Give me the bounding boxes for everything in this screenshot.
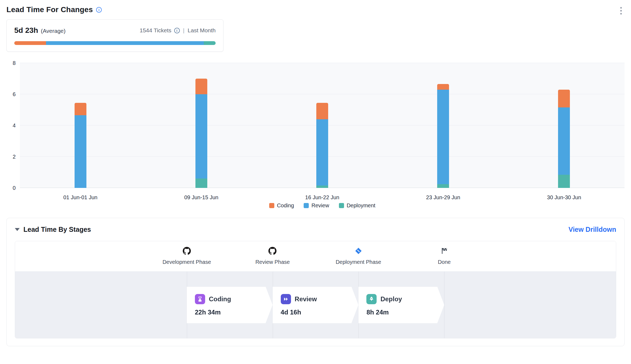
legend-label: Coding	[277, 202, 294, 209]
average-value: 5d 23h	[14, 26, 38, 35]
x-tick-label: 16 Jun-22 Jun	[305, 194, 339, 201]
y-tick-label: 4	[13, 122, 16, 129]
legend-label: Review	[311, 202, 329, 209]
chart-x-axis: 01 Jun-01 Jun09 Jun-15 Jun16 Jun-22 Jun2…	[20, 188, 625, 202]
stage-card-deploy[interactable]: Deploy 8h 24m	[358, 287, 444, 323]
review-icon	[281, 294, 291, 304]
chart-plot	[20, 63, 625, 188]
kebab-menu-icon[interactable]	[618, 5, 625, 16]
stacked-bar[interactable]	[558, 63, 570, 188]
tickets-count: 1544 Tickets	[140, 27, 171, 34]
rocket-icon	[366, 294, 377, 304]
info-icon[interactable]: i	[96, 7, 102, 13]
y-tick-label: 0	[13, 185, 16, 191]
bar-segment-coding	[316, 103, 328, 119]
stage-card-duration: 22h 34m	[195, 309, 262, 316]
stage-card-coding[interactable]: Coding 22h 34m	[187, 287, 273, 323]
page-title: Lead Time For Changes	[6, 5, 93, 14]
bar-segment-coding	[75, 103, 86, 115]
legend-swatch	[339, 203, 344, 208]
stages-table: Development Phase Review Phase Deploymen…	[15, 241, 616, 338]
phase-review: Review Phase	[255, 247, 290, 265]
lead-time-chart: 02468 01 Jun-01 Jun09 Jun-15 Jun16 Jun-2…	[6, 63, 625, 209]
legend-swatch	[269, 203, 274, 208]
period-label: Last Month	[188, 27, 216, 34]
bar-segment-review	[558, 107, 570, 174]
stages-panel: Lead Time By Stages View Drilldown Devel…	[6, 218, 625, 346]
summary-bar-segment-deployment	[204, 41, 216, 45]
chart-legend: CodingReviewDeployment	[20, 202, 625, 209]
view-drilldown-link[interactable]: View Drilldown	[569, 226, 616, 233]
column-divider	[444, 272, 444, 338]
bar-segment-review	[195, 94, 207, 178]
bar-segment-deployment	[195, 178, 207, 188]
average-suffix: (Average)	[41, 28, 66, 34]
chart-y-axis: 02468	[6, 63, 20, 188]
legend-item-coding[interactable]: Coding	[269, 202, 294, 209]
summary-bar-segment-review	[46, 41, 204, 45]
legend-label: Deployment	[347, 202, 376, 209]
bar-segment-coding	[437, 84, 449, 89]
y-tick-label: 6	[13, 91, 16, 97]
x-tick-label: 09 Jun-15 Jun	[184, 194, 218, 201]
x-tick-label: 23 Jun-29 Jun	[426, 194, 460, 201]
phase-label: Deployment Phase	[336, 259, 381, 265]
legend-item-deployment[interactable]: Deployment	[339, 202, 376, 209]
bar-segment-review	[316, 119, 328, 186]
stage-card-label: Deploy	[380, 295, 402, 303]
tickets-info-icon[interactable]: i	[174, 28, 180, 33]
checkered-flag-icon	[441, 247, 448, 255]
bar-segment-review	[75, 115, 86, 188]
hourglass-icon	[195, 294, 205, 304]
github-icon	[269, 247, 277, 255]
phase-label: Review Phase	[255, 259, 290, 265]
legend-item-review[interactable]: Review	[304, 202, 329, 209]
bar-segment-deployment	[558, 175, 570, 188]
phase-development: Development Phase	[163, 247, 211, 265]
bar-segment-deployment	[316, 186, 328, 188]
phase-label: Done	[438, 259, 451, 265]
stage-card-duration: 8h 24m	[366, 309, 433, 316]
stacked-bar[interactable]	[75, 63, 86, 188]
bar-segment-deployment	[437, 184, 449, 188]
stage-card-duration: 4d 16h	[281, 309, 348, 316]
stages-title: Lead Time By Stages	[23, 226, 91, 233]
phase-deployment: Deployment Phase	[336, 247, 381, 265]
widget-header: Lead Time For Changes i	[6, 5, 625, 16]
bar-segment-coding	[558, 90, 570, 108]
bar-segment-review	[437, 90, 449, 184]
stage-card-label: Coding	[209, 295, 231, 303]
collapse-caret-icon[interactable]	[15, 228, 20, 231]
phase-done: Done	[438, 247, 451, 265]
stacked-bar[interactable]	[195, 63, 207, 188]
summary-distribution-bar	[14, 41, 216, 45]
stacked-bar[interactable]	[316, 63, 328, 188]
phase-header-row: Development Phase Review Phase Deploymen…	[15, 241, 616, 271]
y-tick-label: 2	[13, 154, 16, 160]
x-tick-label: 01 Jun-01 Jun	[63, 194, 97, 201]
legend-swatch	[304, 203, 309, 208]
x-tick-label: 30 Jun-30 Jun	[547, 194, 581, 201]
stage-card-review[interactable]: Review 4d 16h	[273, 287, 359, 323]
stacked-bar[interactable]	[437, 63, 449, 188]
separator: |	[183, 27, 184, 34]
summary-card: 5d 23h (Average) 1544 Tickets i | Last M…	[6, 19, 223, 52]
phase-body-row: Coding 22h 34m Review 4d 16h	[15, 271, 616, 338]
summary-bar-segment-coding	[14, 41, 46, 45]
github-icon	[183, 247, 191, 255]
diamond-icon	[355, 247, 362, 255]
phase-label: Development Phase	[163, 259, 211, 265]
bar-segment-coding	[195, 79, 207, 94]
stage-card-label: Review	[295, 295, 317, 303]
lead-time-widget: Lead Time For Changes i 5d 23h (Average)…	[0, 0, 631, 352]
y-tick-label: 8	[13, 60, 16, 66]
